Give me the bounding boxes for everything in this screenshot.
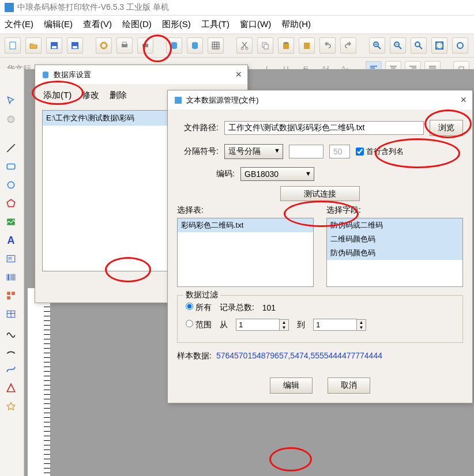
- database-icon[interactable]: [166, 37, 182, 54]
- field-listbox[interactable]: 防伪码或二维码 二维码颜色码 防伪码颜色码: [326, 218, 463, 287]
- hand-tool-icon[interactable]: [0, 111, 22, 128]
- paste-icon[interactable]: [278, 37, 294, 54]
- barcode-tool-icon[interactable]: [0, 269, 22, 286]
- image-tool-icon[interactable]: [0, 213, 22, 231]
- menu-file[interactable]: 文件(E): [5, 19, 33, 30]
- fullscreen-icon[interactable]: [431, 37, 447, 54]
- menubar: 文件(E) 编辑(E) 查看(V) 绘图(D) 图形(S) 工具(T) 窗口(W…: [0, 16, 474, 34]
- from-spinner[interactable]: ▲▼: [236, 319, 289, 331]
- sample-label: 样本数据:: [177, 351, 212, 361]
- radio-all[interactable]: [186, 303, 193, 310]
- radio-range-wrap[interactable]: 范围: [186, 320, 212, 330]
- svg-point-22: [457, 43, 463, 48]
- curve-tool-icon[interactable]: [0, 324, 22, 341]
- svg-rect-14: [264, 44, 268, 49]
- save-icon[interactable]: [46, 37, 62, 54]
- titlebar: 中琅条码标签打印软件-V6.5.3 工业版 单机: [0, 0, 474, 16]
- left-toolbox: A R: [0, 69, 24, 476]
- ellipse-tool-icon[interactable]: [0, 176, 22, 194]
- dialog-ds-close-icon[interactable]: ×: [460, 94, 467, 106]
- svg-point-20: [415, 42, 420, 47]
- menu-window[interactable]: 窗口(W): [240, 19, 271, 30]
- print-preview-icon[interactable]: [137, 37, 153, 54]
- from-input[interactable]: [236, 319, 280, 331]
- to-input[interactable]: [313, 319, 357, 331]
- line-tool-icon[interactable]: [0, 139, 22, 157]
- app-icon: [5, 3, 14, 12]
- arc-tool-icon[interactable]: [0, 342, 22, 360]
- field-item[interactable]: 防伪码颜色码: [327, 246, 462, 260]
- separator-label: 分隔符号:: [177, 146, 219, 157]
- to-spinner[interactable]: ▲▼: [313, 319, 366, 331]
- dialog-db-close-icon[interactable]: ×: [235, 69, 242, 81]
- redo-icon[interactable]: [340, 37, 356, 54]
- grid-icon[interactable]: [208, 37, 224, 54]
- zoom-out-icon[interactable]: [390, 37, 406, 54]
- qrcode-tool-icon[interactable]: [0, 287, 22, 304]
- menu-help[interactable]: 帮助(H): [281, 19, 311, 30]
- zoom-fit-icon[interactable]: [411, 37, 427, 54]
- zoom100-icon[interactable]: [452, 37, 468, 54]
- radio-range[interactable]: [186, 320, 193, 327]
- select-table-label: 选择表:: [177, 205, 314, 216]
- sep-width-input[interactable]: [329, 145, 350, 158]
- from-label: 从: [220, 320, 228, 330]
- svg-rect-8: [142, 44, 148, 47]
- browse-button[interactable]: 浏览: [430, 120, 463, 136]
- encoding-combo[interactable]: GB18030: [240, 167, 314, 181]
- print-icon[interactable]: [116, 37, 133, 54]
- saveas-icon[interactable]: [67, 37, 83, 54]
- toolbar-main: [0, 34, 474, 58]
- dialog-datasource: 文本数据源管理(文件) × 文件路径: 浏览 分隔符号: 逗号分隔 首行含列名 …: [167, 90, 473, 403]
- path-input[interactable]: [224, 121, 424, 135]
- separator-combo[interactable]: 逗号分隔: [224, 144, 283, 159]
- text-tool-icon[interactable]: A: [0, 232, 22, 249]
- cut-icon[interactable]: [236, 37, 253, 54]
- db-menu-add[interactable]: 添加(T): [43, 90, 72, 101]
- dialog-ds-title: 文本数据源管理(文件): [186, 95, 259, 105]
- menu-view[interactable]: 查看(V): [83, 19, 112, 30]
- dialog-db-titlebar: 数据库设置 ×: [35, 65, 247, 84]
- gear-icon[interactable]: [96, 37, 112, 54]
- table-listbox[interactable]: 彩码彩色二维码.txt: [177, 218, 314, 287]
- svg-rect-4: [73, 46, 77, 48]
- db-menu-delete[interactable]: 删除: [110, 90, 127, 101]
- rect-tool-icon[interactable]: [0, 158, 22, 175]
- test-connection-button[interactable]: 测试连接: [280, 186, 360, 201]
- zoom-in-icon[interactable]: [369, 37, 385, 54]
- first-row-checkbox[interactable]: [356, 148, 364, 156]
- sep-custom-input[interactable]: [289, 145, 323, 158]
- select-tool-icon[interactable]: [0, 92, 22, 109]
- triangle-tool-icon[interactable]: [0, 379, 22, 396]
- database2-icon[interactable]: [187, 37, 203, 54]
- record-count-value: 101: [262, 303, 276, 312]
- radio-all-wrap[interactable]: 所有: [186, 303, 212, 313]
- svg-rect-29: [7, 292, 10, 295]
- table-tool-icon[interactable]: [0, 305, 22, 323]
- table-item[interactable]: 彩码彩色二维码.txt: [178, 218, 313, 232]
- field-item[interactable]: 防伪码或二维码: [327, 218, 462, 232]
- field-item[interactable]: 二维码颜色码: [327, 232, 462, 246]
- svg-rect-17: [304, 43, 310, 49]
- menu-shape[interactable]: 图形(S): [162, 19, 191, 30]
- cancel-button[interactable]: 取消: [328, 377, 370, 394]
- paste2-icon[interactable]: [299, 37, 315, 54]
- menu-edit[interactable]: 编辑(E): [44, 19, 73, 30]
- undo-icon[interactable]: [319, 37, 336, 54]
- open-icon[interactable]: [25, 37, 42, 54]
- menu-tools[interactable]: 工具(T): [201, 19, 230, 30]
- menu-draw[interactable]: 绘图(D): [122, 19, 152, 30]
- db-menu-modify[interactable]: 修改: [82, 90, 99, 101]
- bezier-tool-icon[interactable]: [0, 361, 22, 378]
- copy-icon[interactable]: [257, 37, 273, 54]
- path-label: 文件路径:: [177, 123, 219, 133]
- richtext-tool-icon[interactable]: R: [0, 250, 22, 267]
- select-field-label: 选择字段:: [326, 205, 463, 216]
- new-doc-icon[interactable]: [5, 37, 21, 54]
- polygon-tool-icon[interactable]: [0, 195, 22, 212]
- star-tool-icon[interactable]: [0, 398, 22, 415]
- svg-rect-16: [284, 42, 288, 44]
- dialog-db-title: 数据库设置: [54, 70, 91, 80]
- edit-button[interactable]: 编辑: [270, 377, 313, 394]
- first-row-checkbox-wrap[interactable]: 首行含列名: [356, 146, 404, 157]
